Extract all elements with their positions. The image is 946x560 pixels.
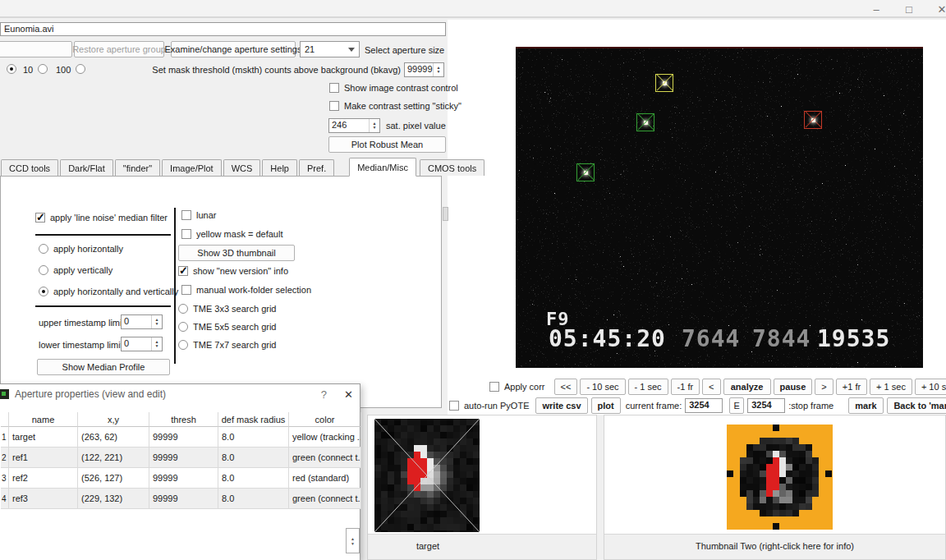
cell-xy[interactable]: (122, 221) — [78, 448, 149, 468]
cell-thresh[interactable]: 99999 — [149, 427, 218, 448]
thumbnail-two-image[interactable] — [727, 425, 833, 530]
table-row[interactable]: 4 ref3 (229, 132) 99999 8.0 green (conne… — [1, 489, 361, 509]
cell-xy[interactable]: (263, 62) — [78, 427, 149, 448]
current-frame-field[interactable]: 3254 — [685, 398, 723, 413]
jump-start-button[interactable]: << — [554, 379, 578, 395]
thumbnail-two-panel[interactable]: Thumbnail Two (right-click here for info… — [604, 415, 946, 560]
cell-color[interactable]: yellow (tracking ... — [289, 427, 361, 448]
cell-radius[interactable]: 8.0 — [218, 427, 289, 448]
target-thumbnail-image[interactable] — [374, 419, 480, 532]
tab-image-plot[interactable]: Image/Plot — [162, 159, 222, 176]
spinner-arrows-icon[interactable]: ▲▼ — [369, 119, 379, 132]
show-median-profile-button[interactable]: Show Median Profile — [37, 359, 170, 375]
tab-pref[interactable]: Pref. — [299, 159, 334, 176]
spinner-arrows-icon[interactable]: ▲▼ — [433, 63, 443, 76]
spinner-arrows-icon[interactable]: ▲▼ — [151, 315, 162, 328]
restore-aperture-group-button[interactable]: Restore aperture group — [74, 41, 164, 57]
mark-button[interactable]: mark — [848, 397, 883, 414]
examine-aperture-settings-button[interactable]: Examine/change aperture settings — [171, 41, 296, 57]
maximize-icon[interactable]: □ — [900, 2, 918, 16]
table-row[interactable]: 2 ref1 (122, 221) 99999 8.0 green (conne… — [1, 448, 361, 468]
aperture-count-radio-100[interactable] — [76, 64, 85, 74]
thumbnail-one-panel[interactable]: target — [367, 415, 597, 560]
fwd-10-sec-button[interactable]: + 10 sec — [915, 379, 946, 395]
aperture-marker-ref1[interactable] — [576, 163, 595, 181]
line-noise-filter-checkbox[interactable]: apply 'line noise' median filter — [35, 213, 168, 223]
cell-color[interactable]: red (standard) — [289, 468, 361, 489]
apply-horizontally-radio[interactable]: apply horizontally — [39, 244, 123, 254]
tab-help[interactable]: Help — [262, 159, 297, 176]
back-to-mark-button[interactable]: Back to 'mark' — [887, 397, 946, 414]
filename-input[interactable]: Eunomia.avi — [0, 22, 446, 36]
cell-thresh[interactable]: 99999 — [149, 448, 218, 468]
write-csv-button[interactable]: write csv — [535, 397, 587, 414]
cell-name[interactable]: ref3 — [9, 489, 78, 509]
sat-pixel-spinbox[interactable]: 246 ▲▼ — [328, 118, 380, 133]
cell-radius[interactable]: 8.0 — [218, 468, 289, 489]
table-row[interactable]: 3 ref2 (526, 127) 99999 8.0 red (standar… — [1, 468, 361, 489]
tab-ccd-tools[interactable]: CCD tools — [1, 159, 58, 176]
dialog-spinner[interactable]: ▲▼ — [346, 528, 360, 553]
play-backward-button[interactable]: < — [702, 379, 720, 395]
fwd-1-frame-button[interactable]: +1 fr — [836, 379, 867, 395]
help-icon[interactable]: ? — [321, 388, 327, 401]
tab-cmos-tools[interactable]: CMOS tools — [420, 159, 484, 176]
close-icon[interactable]: ✕ — [933, 2, 946, 16]
cell-xy[interactable]: (229, 132) — [78, 489, 149, 509]
cell-thresh[interactable]: 99999 — [149, 489, 218, 509]
lower-timestamp-spinbox[interactable]: 0▲▼ — [121, 337, 163, 351]
tab-dark-flat[interactable]: Dark/Flat — [60, 159, 113, 176]
yellow-mask-checkbox[interactable]: yellow mask = default — [181, 229, 282, 239]
close-icon[interactable]: ✕ — [344, 388, 353, 401]
back-1-frame-button[interactable]: -1 fr — [671, 379, 700, 395]
fwd-1-sec-button[interactable]: + 1 sec — [870, 379, 912, 395]
apply-vertically-radio[interactable]: apply vertically — [39, 265, 113, 275]
aperture-size-select[interactable]: 21 — [300, 41, 360, 57]
plot-button[interactable]: plot — [591, 397, 621, 414]
aperture-count-radio-10[interactable] — [38, 64, 48, 74]
cell-thresh[interactable]: 99999 — [149, 468, 218, 489]
cell-color[interactable]: green (connect t... — [289, 448, 361, 468]
minimize-icon[interactable]: – — [867, 2, 885, 16]
autorun-pyote-checkbox[interactable]: auto-run PyOTE — [449, 401, 529, 411]
dialog-title-bar[interactable]: Aperture properties (view and edit) ? ✕ — [0, 384, 360, 404]
manual-folder-checkbox[interactable]: manual work-folder selection — [181, 285, 311, 295]
show-contrast-checkbox[interactable]: Show image contrast control — [329, 83, 458, 93]
cell-radius[interactable]: 8.0 — [218, 448, 289, 468]
spinner-arrows-icon[interactable]: ▲▼ — [151, 337, 162, 351]
table-row[interactable]: 1 target (263, 62) 99999 8.0 yellow (tra… — [1, 427, 361, 448]
cell-color[interactable]: green (connect t... — [289, 489, 361, 509]
video-frame[interactable]: F9 05:45:20 7644 7844 19535 — [516, 47, 923, 368]
cell-radius[interactable]: 8.0 — [218, 489, 289, 509]
lunar-checkbox[interactable]: lunar — [181, 210, 216, 220]
aperture-marker-ref2[interactable] — [804, 111, 822, 129]
back-1-sec-button[interactable]: - 1 sec — [628, 379, 668, 395]
cell-xy[interactable]: (526, 127) — [78, 468, 149, 489]
plot-robust-mean-button[interactable]: Plot Robust Mean — [328, 136, 446, 153]
partial-button[interactable] — [0, 41, 72, 57]
show-3d-thumbnail-button[interactable]: Show 3D thumbnail — [178, 245, 295, 261]
tab-median-misc[interactable]: Median/Misc — [349, 158, 416, 177]
aperture-count-radio-1[interactable] — [7, 64, 16, 74]
stop-frame-field[interactable]: 3254 — [747, 398, 785, 413]
tme-5x5-radio[interactable]: TME 5x5 search grid — [178, 322, 276, 332]
upper-timestamp-spinbox[interactable]: 0▲▼ — [121, 314, 163, 329]
tab-wcs[interactable]: WCS — [223, 159, 261, 176]
tab-finder[interactable]: "finder" — [115, 159, 160, 176]
back-10-sec-button[interactable]: - 10 sec — [580, 379, 625, 395]
aperture-marker-ref3[interactable] — [636, 113, 654, 131]
apply-both-radio[interactable]: apply horizontally and vertically — [39, 287, 178, 296]
sticky-contrast-checkbox[interactable]: Make contrast setting "sticky" — [329, 101, 462, 111]
pause-button[interactable]: pause — [774, 379, 813, 395]
tme-7x7-radio[interactable]: TME 7x7 search grid — [178, 340, 276, 350]
tme-3x3-radio[interactable]: TME 3x3 search grid — [178, 304, 276, 314]
vertical-scrollbar-handle[interactable] — [443, 207, 448, 221]
cell-name[interactable]: ref1 — [9, 448, 78, 468]
new-version-checkbox[interactable]: show "new version" info — [178, 266, 288, 276]
aperture-marker-target[interactable] — [655, 74, 673, 92]
play-forward-button[interactable]: > — [815, 379, 833, 395]
apply-corr-checkbox[interactable]: Apply corr — [489, 382, 545, 392]
e-button[interactable]: E — [729, 397, 744, 414]
analyze-button[interactable]: analyze — [723, 379, 771, 395]
mask-threshold-spinbox[interactable]: 99999 ▲▼ — [404, 62, 444, 77]
